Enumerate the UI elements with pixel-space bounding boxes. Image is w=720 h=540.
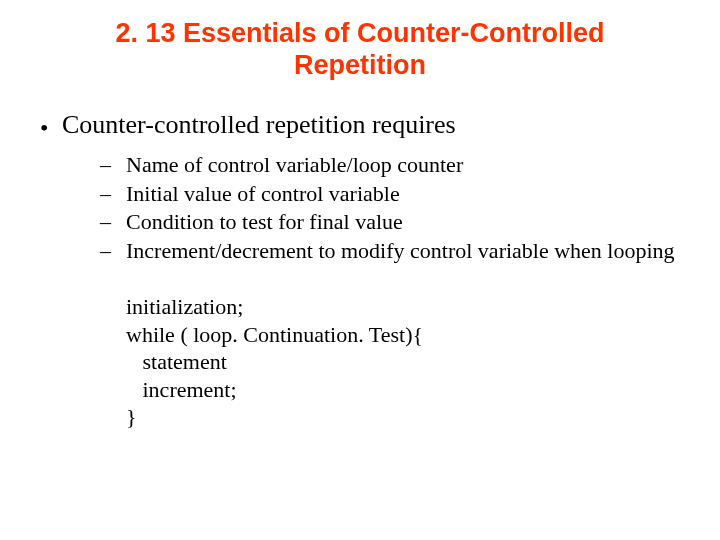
list-item: – Condition to test for final value (100, 209, 680, 236)
intro-bullet: • Counter-controlled repetition requires (40, 110, 680, 140)
sub-bullet-list: – Name of control variable/loop counter … (100, 152, 680, 265)
code-line: } (126, 404, 137, 429)
slide-title: 2. 13 Essentials of Counter-Controlled R… (40, 18, 680, 82)
dash-icon: – (100, 209, 126, 236)
code-block: initialization; while ( loop. Continuati… (126, 293, 680, 431)
list-item: – Initial value of control variable (100, 181, 680, 208)
code-line: statement (126, 349, 227, 374)
dash-icon: – (100, 238, 126, 265)
list-item: – Increment/decrement to modify control … (100, 238, 680, 265)
code-line: while ( loop. Continuation. Test){ (126, 322, 423, 347)
sub-bullet-text: Name of control variable/loop counter (126, 152, 463, 179)
sub-bullet-text: Condition to test for final value (126, 209, 403, 236)
intro-text: Counter-controlled repetition requires (62, 110, 456, 140)
sub-bullet-text: Initial value of control variable (126, 181, 400, 208)
slide: 2. 13 Essentials of Counter-Controlled R… (0, 0, 720, 540)
bullet-icon: • (40, 110, 62, 140)
list-item: – Name of control variable/loop counter (100, 152, 680, 179)
code-line: increment; (126, 377, 237, 402)
sub-bullet-text: Increment/decrement to modify control va… (126, 238, 675, 265)
dash-icon: – (100, 152, 126, 179)
code-line: initialization; (126, 294, 243, 319)
dash-icon: – (100, 181, 126, 208)
